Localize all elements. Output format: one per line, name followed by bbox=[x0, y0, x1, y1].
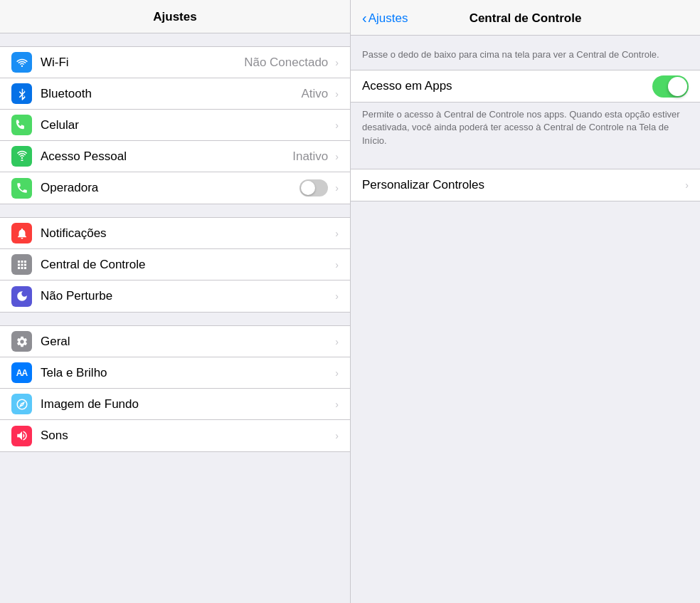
operadora-toggle[interactable] bbox=[299, 179, 328, 196]
notificacoes-chevron: › bbox=[335, 228, 339, 239]
celular-icon bbox=[11, 115, 32, 135]
acesso-pessoal-label: Acesso Pessoal bbox=[41, 150, 292, 164]
personalizar-label: Personalizar Controles bbox=[362, 178, 682, 192]
geral-row[interactable]: Geral › bbox=[0, 326, 350, 357]
section-alerts: Notificações › Central de Controle › Não… bbox=[0, 217, 350, 313]
back-chevron-icon: ‹ bbox=[362, 10, 367, 26]
acesso-em-apps-row[interactable]: Acesso em Apps bbox=[351, 70, 700, 102]
wifi-row[interactable]: Wi-Fi Não Conectado › bbox=[0, 47, 350, 78]
geral-label: Geral bbox=[41, 335, 332, 349]
wifi-chevron: › bbox=[335, 57, 339, 68]
left-panel: Ajustes Wi-Fi Não Conectado › Bluetooth … bbox=[0, 0, 350, 603]
toggle-description: Permite o acesso à Central de Controle n… bbox=[351, 103, 700, 156]
wifi-value: Não Conectado bbox=[244, 56, 328, 70]
celular-row[interactable]: Celular › bbox=[0, 110, 350, 141]
sons-chevron: › bbox=[335, 430, 339, 441]
back-label: Ajustes bbox=[368, 11, 408, 26]
sons-icon bbox=[11, 426, 32, 446]
imagem-fundo-row[interactable]: Imagem de Fundo › bbox=[0, 389, 350, 420]
operadora-row[interactable]: Operadora › bbox=[0, 172, 350, 204]
bluetooth-label: Bluetooth bbox=[41, 87, 302, 101]
central-controle-chevron: › bbox=[335, 259, 339, 271]
acesso-pessoal-value: Inativo bbox=[292, 150, 328, 164]
bluetooth-value: Ativo bbox=[302, 87, 329, 101]
acesso-em-apps-section: Acesso em Apps bbox=[351, 70, 700, 103]
section-connectivity: Wi-Fi Não Conectado › Bluetooth Ativo › … bbox=[0, 46, 350, 204]
operadora-chevron: › bbox=[335, 182, 339, 194]
celular-label: Celular bbox=[41, 118, 332, 132]
right-title: Central de Controle bbox=[470, 11, 582, 26]
central-controle-icon bbox=[11, 254, 32, 275]
bluetooth-chevron: › bbox=[335, 88, 339, 100]
hotspot-icon bbox=[11, 146, 32, 167]
nao-perturbe-row[interactable]: Não Perturbe › bbox=[0, 280, 350, 312]
sons-row[interactable]: Sons › bbox=[0, 420, 350, 451]
nao-perturbe-label: Não Perturbe bbox=[41, 289, 332, 303]
tela-brilho-label: Tela e Brilho bbox=[41, 366, 332, 380]
left-title: Ajustes bbox=[153, 10, 196, 23]
left-header: Ajustes bbox=[0, 0, 350, 33]
acesso-pessoal-row[interactable]: Acesso Pessoal Inativo › bbox=[0, 141, 350, 172]
central-controle-label: Central de Controle bbox=[41, 258, 332, 272]
personalizar-row[interactable]: Personalizar Controles › bbox=[351, 169, 700, 201]
bluetooth-row[interactable]: Bluetooth Ativo › bbox=[0, 78, 350, 110]
right-description: Passe o dedo de baixo para cima na tela … bbox=[351, 48, 700, 70]
wifi-label: Wi-Fi bbox=[41, 56, 244, 70]
right-header: ‹ Ajustes Central de Controle bbox=[351, 0, 700, 36]
bluetooth-icon bbox=[11, 83, 32, 104]
notificacoes-label: Notificações bbox=[41, 226, 332, 241]
acesso-em-apps-toggle[interactable] bbox=[652, 75, 689, 98]
imagem-fundo-chevron: › bbox=[335, 399, 339, 410]
tela-brilho-row[interactable]: AA Tela e Brilho › bbox=[0, 357, 350, 389]
celular-chevron: › bbox=[335, 120, 339, 131]
sons-label: Sons bbox=[41, 429, 332, 443]
notificacoes-icon bbox=[11, 223, 32, 243]
acesso-pessoal-chevron: › bbox=[335, 151, 339, 162]
imagem-fundo-icon bbox=[11, 394, 32, 414]
acesso-em-apps-label: Acesso em Apps bbox=[362, 79, 652, 93]
tela-brilho-icon: AA bbox=[11, 362, 32, 383]
imagem-fundo-label: Imagem de Fundo bbox=[41, 397, 332, 411]
nao-perturbe-chevron: › bbox=[335, 290, 339, 302]
nao-perturbe-icon bbox=[11, 286, 32, 307]
right-header-wrapper: ‹ Ajustes Central de Controle bbox=[362, 10, 689, 26]
back-button[interactable]: ‹ Ajustes bbox=[362, 10, 408, 26]
wifi-icon bbox=[11, 52, 32, 73]
personalizar-section: Personalizar Controles › bbox=[351, 169, 700, 201]
geral-icon bbox=[11, 331, 32, 352]
notificacoes-row[interactable]: Notificações › bbox=[0, 218, 350, 249]
personalizar-chevron: › bbox=[685, 179, 689, 191]
settings-list: Wi-Fi Não Conectado › Bluetooth Ativo › … bbox=[0, 33, 350, 603]
section-display: Geral › AA Tela e Brilho › Imagem de Fun… bbox=[0, 325, 350, 452]
operadora-label: Operadora bbox=[41, 181, 299, 195]
operadora-icon bbox=[11, 178, 32, 199]
geral-chevron: › bbox=[335, 336, 339, 347]
right-panel: ‹ Ajustes Central de Controle Passe o de… bbox=[350, 0, 700, 603]
central-controle-row[interactable]: Central de Controle › bbox=[0, 249, 350, 280]
tela-brilho-chevron: › bbox=[335, 367, 339, 379]
right-content: Passe o dedo de baixo para cima na tela … bbox=[351, 36, 700, 603]
